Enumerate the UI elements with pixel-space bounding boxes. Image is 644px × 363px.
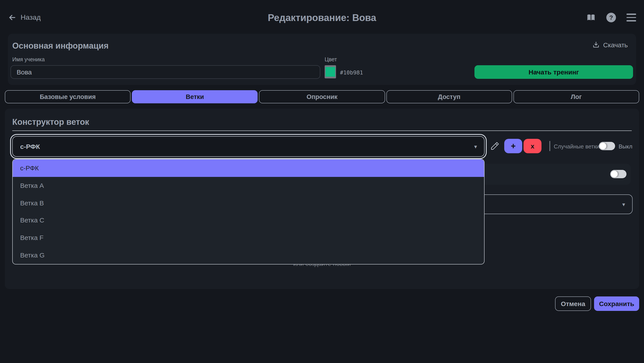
dropdown-option[interactable]: Ветка A bbox=[13, 177, 484, 194]
dropdown-option[interactable]: Ветка G bbox=[13, 246, 484, 264]
cancel-button[interactable]: Отмена bbox=[555, 297, 591, 311]
chevron-down-icon: ▼ bbox=[473, 144, 478, 149]
pencil-icon bbox=[490, 141, 500, 151]
edit-branch-button[interactable] bbox=[490, 141, 500, 151]
chevron-down-icon: ▼ bbox=[621, 202, 626, 207]
branch-select-value: с-РФК bbox=[13, 143, 40, 150]
vertical-divider bbox=[549, 141, 550, 151]
color-label: Цвет bbox=[325, 56, 337, 63]
branch-dropdown-list: с-РФК Ветка A Ветка B Ветка C Ветка F Ве… bbox=[12, 159, 484, 265]
tab-log[interactable]: Лог bbox=[514, 90, 639, 103]
tab-access[interactable]: Доступ bbox=[386, 90, 512, 103]
section-divider bbox=[12, 130, 632, 131]
student-name-input[interactable] bbox=[10, 65, 320, 79]
student-name-label: Имя ученика bbox=[12, 56, 45, 63]
save-button[interactable]: Сохранить bbox=[594, 297, 639, 311]
dropdown-option[interactable]: Ветка F bbox=[13, 229, 484, 246]
dropdown-option[interactable]: Ветка C bbox=[13, 212, 484, 229]
editor-page: Назад Редактирование: Вова ? Основная ин… bbox=[0, 0, 644, 363]
tab-bar: Базовые условия Ветки Опросник Доступ Ло… bbox=[5, 90, 639, 103]
branch-constructor-title: Конструктор веток bbox=[12, 117, 89, 127]
top-bar: Назад Редактирование: Вова ? bbox=[0, 0, 644, 35]
download-icon bbox=[592, 41, 600, 49]
download-label: Скачать bbox=[603, 41, 628, 49]
download-button[interactable]: Скачать bbox=[592, 41, 628, 49]
tab-branches[interactable]: Ветки bbox=[132, 90, 258, 103]
toggle-knob bbox=[600, 143, 606, 149]
random-branches-label: Случайные ветки: bbox=[554, 143, 601, 150]
branch-select[interactable]: с-РФК ▼ bbox=[12, 136, 484, 157]
branch-row-toggle[interactable] bbox=[610, 170, 626, 178]
page-title: Редактирование: Вова bbox=[0, 12, 644, 24]
tab-questionnaire[interactable]: Опросник bbox=[259, 90, 385, 103]
toggle-knob bbox=[611, 171, 618, 177]
color-picker-swatch[interactable] bbox=[325, 65, 336, 78]
top-icons: ? bbox=[586, 13, 636, 22]
delete-branch-button[interactable]: x bbox=[524, 139, 542, 153]
dropdown-option-selected[interactable]: с-РФК bbox=[13, 159, 484, 177]
basic-info-title: Основная информация bbox=[12, 41, 109, 51]
basic-info-card: Основная информация Скачать Имя ученика … bbox=[8, 34, 636, 85]
add-branch-button[interactable]: + bbox=[504, 139, 522, 153]
help-icon[interactable]: ? bbox=[606, 13, 616, 22]
random-branches-state: Выкл bbox=[618, 143, 632, 150]
tab-basic-conditions[interactable]: Базовые условия bbox=[5, 90, 130, 103]
random-branches-toggle[interactable] bbox=[599, 142, 615, 150]
color-hex-value: #10b981 bbox=[340, 69, 363, 76]
dropdown-option[interactable]: Ветка B bbox=[13, 194, 484, 212]
start-training-button[interactable]: Начать тренинг bbox=[474, 65, 633, 79]
book-icon[interactable] bbox=[586, 13, 596, 22]
menu-icon[interactable] bbox=[626, 14, 636, 21]
